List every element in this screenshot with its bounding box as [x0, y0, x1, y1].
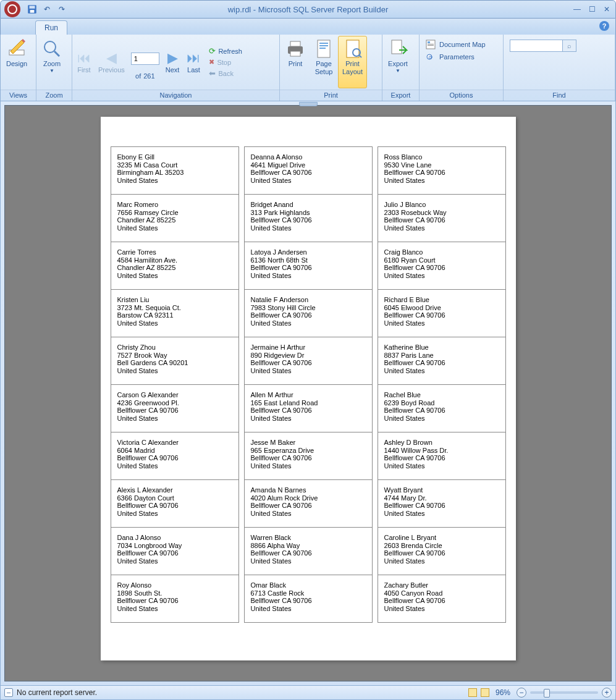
svg-rect-19: [428, 44, 434, 44]
address-label: Dana J Alonso7034 Longbrood WayBellflowe…: [111, 528, 238, 575]
address-label: Richard E Blue6045 Elwood DriveBellflowe…: [378, 290, 505, 337]
report-preview[interactable]: Ebony E Gill3235 Mi Casa CourtBirmingham…: [4, 105, 612, 681]
refresh-icon: ⟳: [209, 46, 216, 56]
refresh-button[interactable]: ⟳ Refresh: [208, 46, 243, 56]
design-button[interactable]: Design: [2, 36, 32, 88]
previous-page-icon: ◀: [106, 51, 117, 65]
address-label: Carrie Torres4584 Hamiliton Ave.Chandler…: [111, 242, 238, 290]
print-button[interactable]: Print: [281, 36, 310, 88]
find-button[interactable]: ⌕: [563, 40, 576, 52]
group-label-options: Options: [420, 90, 503, 101]
stop-button[interactable]: ✖ Stop: [208, 57, 243, 67]
address-label: Ross Blanco9530 Vine LaneBellflower CA 9…: [378, 147, 505, 195]
back-button[interactable]: ⬅ Back: [208, 68, 243, 78]
svg-rect-8: [290, 51, 300, 56]
group-label-zoom: Zoom: [36, 90, 72, 101]
ribbon-tabs: Run ?: [0, 19, 616, 35]
address-label: Wyatt Bryant4744 Mary Dr.Bellflower CA 9…: [378, 480, 505, 528]
address-label: Allen M Arthur165 East Leland RoadBellfl…: [245, 385, 372, 432]
last-page-button[interactable]: ⏭ Last: [183, 49, 204, 76]
design-icon: [7, 39, 27, 59]
address-label: Jesse M Baker965 Esperanza DriveBellflow…: [245, 432, 372, 480]
address-label: Amanda N Barnes4020 Alum Rock DriveBellf…: [245, 480, 372, 528]
help-icon[interactable]: ?: [599, 21, 609, 31]
undo-icon[interactable]: ↶: [41, 4, 53, 15]
status-icon-2[interactable]: [481, 688, 489, 697]
report-column: Ebony E Gill3235 Mi Casa CourtBirmingham…: [111, 146, 239, 623]
address-label: Ebony E Gill3235 Mi Casa CourtBirmingham…: [111, 147, 238, 195]
svg-line-5: [54, 51, 59, 56]
next-page-icon: ▶: [167, 51, 178, 65]
status-icon-1[interactable]: [468, 688, 477, 697]
find-input[interactable]: [510, 40, 563, 52]
zoom-slider[interactable]: [530, 691, 598, 694]
svg-line-15: [359, 55, 361, 57]
address-label: Roy Alonso1898 South St.Bellflower CA 90…: [111, 575, 238, 623]
svg-rect-20: [428, 45, 434, 46]
print-layout-button[interactable]: Print Layout: [338, 36, 367, 88]
group-label-views: Views: [1, 90, 36, 101]
maximize-button[interactable]: ☐: [587, 4, 597, 14]
svg-rect-1: [30, 6, 35, 9]
printer-icon: [285, 39, 305, 59]
quick-access-toolbar: ↶ ↷: [27, 4, 67, 15]
address-label: Marc Romero7656 Ramsey CircleChandler AZ…: [111, 195, 238, 242]
zoom-button[interactable]: Zoom ▼: [38, 36, 66, 88]
address-label: Latoya J Andersen6136 North 68th StBellf…: [245, 242, 372, 290]
svg-rect-7: [290, 41, 300, 46]
window-title: wip.rdl - Microsoft SQL Server Report Bu…: [228, 5, 389, 14]
preview-container: Ebony E Gill3235 Mi Casa CourtBirmingham…: [0, 101, 616, 685]
binoculars-icon: ⌕: [567, 42, 572, 49]
address-label: Rachel Blue6239 Boyd RoadBellflower CA 9…: [378, 385, 505, 432]
current-page-input[interactable]: [131, 53, 159, 65]
dropdown-arrow-icon: ▼: [395, 68, 400, 74]
address-label: Deanna A Alonso4641 Miguel DriveBellflow…: [245, 147, 372, 195]
ribbon: Design Views Zoom ▼ Zoom ⏮ First ◀: [0, 35, 616, 101]
last-page-icon: ⏭: [187, 51, 200, 65]
address-label: Julio J Blanco2303 Rosebuck WayBellflowe…: [378, 195, 505, 242]
zoom-in-button[interactable]: +: [602, 688, 612, 698]
document-map-button[interactable]: Document Map: [426, 40, 486, 49]
report-column: Deanna A Alonso4641 Miguel DriveBellflow…: [244, 146, 373, 623]
svg-rect-16: [392, 40, 402, 54]
total-pages: 261: [143, 72, 154, 80]
address-label: Kristen Liu3723 Mt. Sequoia Ct.Barstow C…: [111, 290, 238, 337]
group-zoom: Zoom ▼ Zoom: [36, 35, 72, 101]
group-options: Document Map @ Parameters Options: [420, 35, 504, 101]
report-page: Ebony E Gill3235 Mi Casa CourtBirmingham…: [101, 117, 516, 660]
svg-rect-10: [319, 43, 328, 44]
dropdown-arrow-icon: ▼: [49, 68, 54, 74]
group-export: Export ▼ Export: [382, 35, 420, 101]
first-page-button[interactable]: ⏮ First: [74, 49, 95, 76]
zoom-out-button[interactable]: −: [517, 688, 526, 698]
group-views: Design Views: [1, 35, 36, 101]
status-bar: No current report server. 96% − +: [0, 685, 616, 700]
app-icon[interactable]: [4, 1, 20, 17]
address-label: Craig Blanco6180 Ryan CourtBellflower CA…: [378, 242, 505, 290]
address-label: Jermaine H Arthur890 Ridgeview DrBellflo…: [245, 337, 372, 385]
parameters-button[interactable]: @ Parameters: [426, 52, 486, 62]
previous-page-button[interactable]: ◀ Previous: [95, 49, 129, 76]
group-label-print: Print: [280, 90, 382, 101]
page-setup-button[interactable]: Page Setup: [310, 36, 338, 88]
panel-grip[interactable]: [299, 102, 318, 106]
address-label: Zachary Butler4050 Canyon RoadBellflower…: [378, 575, 505, 623]
title-bar: ↶ ↷ wip.rdl - Microsoft SQL Server Repor…: [0, 0, 616, 19]
group-label-find: Find: [504, 90, 615, 101]
group-find: ⌕ Find: [504, 35, 615, 101]
redo-icon[interactable]: ↷: [56, 4, 67, 15]
minimize-button[interactable]: —: [572, 4, 582, 14]
tab-run[interactable]: Run: [35, 20, 67, 35]
zoom-icon: [42, 39, 62, 59]
page-setup-icon: [314, 39, 334, 59]
back-icon: ⬅: [209, 69, 216, 78]
address-label: Alexis L Alexander6366 Dayton CourtBellf…: [111, 480, 238, 528]
status-text: No current report server.: [17, 688, 97, 697]
address-label: Christy Zhou7527 Brook WayBell Gardens C…: [111, 337, 238, 385]
save-icon[interactable]: [27, 4, 38, 15]
page-number-area: of 261: [129, 45, 162, 80]
export-button[interactable]: Export ▼: [384, 36, 412, 88]
next-page-button[interactable]: ▶ Next: [162, 49, 184, 76]
close-button[interactable]: ✕: [602, 4, 612, 14]
server-icon: [4, 688, 13, 697]
